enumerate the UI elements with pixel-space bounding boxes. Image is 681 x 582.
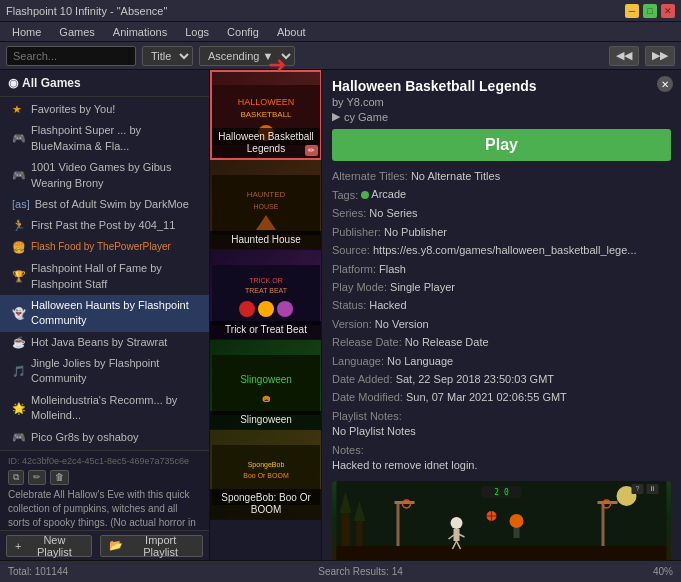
desc-text: Celebrate All Hallow's Eve with this qui…	[8, 488, 201, 530]
svg-text:🎃: 🎃	[262, 394, 271, 403]
detail-field-value: No Version	[375, 318, 429, 330]
search-results: Search Results: 14	[318, 566, 403, 577]
detail-field-value: Flash	[379, 263, 406, 275]
detail-field-value: Single Player	[390, 281, 455, 293]
playlist-item[interactable]: 🎮1001 Video Games by Gibus Wearing Brony	[0, 157, 209, 194]
playlist-item-icon: 🌟	[12, 401, 26, 416]
new-playlist-button[interactable]: + New Playlist	[6, 535, 92, 557]
playlist-item-label: Pico Gr8s by oshaboy	[31, 430, 139, 445]
svg-rect-27	[397, 501, 400, 546]
playlist-item-label: Favorites by You!	[31, 102, 115, 117]
detail-category: ▶ cy Game	[332, 110, 671, 123]
detail-field-label: Date Added:	[332, 373, 393, 385]
detail-field-label: Date Modified:	[332, 391, 403, 403]
playlist-item-label: Flashpoint Hall of Fame by Flashpoint St…	[31, 261, 201, 292]
playlist-item-icon: 🏃	[12, 218, 26, 233]
playlist-item-icon: 🏆	[12, 269, 26, 284]
svg-rect-31	[598, 501, 618, 504]
zoom-level: 40%	[653, 566, 673, 577]
playlist-item[interactable]: 👻Halloween Haunts by Flashpoint Communit…	[0, 295, 209, 332]
detail-field-label: Play Mode:	[332, 281, 387, 293]
new-playlist-icon: +	[15, 540, 21, 552]
svg-point-11	[239, 301, 255, 317]
playlist-item-icon: ★	[12, 102, 26, 117]
svg-point-12	[258, 301, 274, 317]
playlist-item[interactable]: 🎵Jingle Jolies by Flashpoint Community	[0, 353, 209, 390]
playlist-item-label: Molleindustria's Recomm... by Molleind..…	[31, 393, 201, 424]
playlist-item[interactable]: 🎮Flashpoint Super ... by BlueMaxima & Fl…	[0, 120, 209, 157]
game-thumbnail[interactable]: SpongeBob Boo Or BOOM SpongeBob: Boo Or …	[210, 430, 322, 520]
svg-text:?: ?	[636, 485, 640, 492]
svg-text:BASKETBALL: BASKETBALL	[240, 110, 292, 119]
detail-field-label: Publisher:	[332, 226, 381, 238]
minimize-button[interactable]: ─	[625, 4, 639, 18]
detail-field-label: Version:	[332, 318, 372, 330]
tag-dot	[361, 191, 369, 199]
maximize-button[interactable]: □	[643, 4, 657, 18]
game-screenshot: 2 0 ? ⏸	[332, 481, 671, 560]
thumbnail-edit-button[interactable]: ✏	[305, 145, 318, 156]
menu-item-animations[interactable]: Animations	[105, 24, 175, 40]
playlist-item[interactable]: 🏆Flashpoint Hall of Fame by Flashpoint S…	[0, 258, 209, 295]
playlist-item[interactable]: [as]Best of Adult Swim by DarkMoe	[0, 194, 209, 215]
detail-field-label: Status:	[332, 299, 366, 311]
total-count: Total: 101144	[8, 566, 68, 577]
detail-field-row: Date Added: Sat, 22 Sep 2018 23:50:03 GM…	[332, 372, 671, 387]
playlist-item-label: Best of Adult Swim by DarkMoe	[35, 197, 189, 212]
detail-field-label: Alternate Titles:	[332, 170, 408, 182]
copy-icon-btn[interactable]: ⧉	[8, 470, 24, 485]
detail-field-row: Source: https://es.y8.com/games/hallowee…	[332, 243, 671, 258]
svg-rect-14	[212, 355, 320, 415]
svg-text:TREAT BEAT: TREAT BEAT	[245, 287, 288, 294]
svg-rect-40	[514, 528, 520, 538]
import-playlist-button[interactable]: 📂 Import Playlist	[100, 535, 203, 557]
search-input[interactable]	[6, 46, 136, 66]
detail-field-label: Release Date:	[332, 336, 402, 348]
game-thumbnail[interactable]: HAUNTED HOUSE Haunted House	[210, 160, 322, 250]
detail-field-value: Arcade	[361, 187, 406, 202]
detail-field-row: Status: Hacked	[332, 298, 671, 313]
prev-button[interactable]: ◀◀	[609, 46, 639, 66]
delete-icon-btn[interactable]: 🗑	[50, 470, 69, 485]
close-button[interactable]: ✕	[661, 4, 675, 18]
svg-text:HOUSE: HOUSE	[254, 203, 279, 210]
playlist-item[interactable]: ★Favorites by You!	[0, 99, 209, 120]
detail-field-value: No Publisher	[384, 226, 447, 238]
game-thumbnail[interactable]: TRICK OR TREAT BEAT Trick or Treat Beat	[210, 250, 322, 340]
game-thumbnail-label: Trick or Treat Beat	[210, 321, 322, 339]
menu-item-about[interactable]: About	[269, 24, 314, 40]
detail-field-row: Date Modified: Sun, 07 Mar 2021 02:06:55…	[332, 390, 671, 405]
playlist-item[interactable]: 🍔Flash Food by ThePowerPlayer	[0, 237, 209, 258]
menu-item-home[interactable]: Home	[4, 24, 49, 40]
playlist-item[interactable]: 🎮Pico Gr8s by oshaboy	[0, 427, 209, 448]
sidebar-header: ◉ All Games	[0, 70, 209, 97]
svg-rect-28	[395, 501, 415, 504]
play-button[interactable]: Play	[332, 129, 671, 161]
svg-text:Slingoween: Slingoween	[240, 374, 292, 385]
playlist-item[interactable]: ☕Hot Java Beans by Strawrat	[0, 332, 209, 353]
notes-row: Notes:Hacked to remove idnet login.	[332, 443, 671, 474]
game-thumbnail[interactable]: Slingoween 🎃 Slingoween	[210, 340, 322, 430]
sort-field-select[interactable]: Title	[142, 46, 193, 66]
edit-icon-btn[interactable]: ✏	[28, 470, 46, 485]
playlist-item-label: Flashpoint Super ... by BlueMaxima & Fla…	[31, 123, 201, 154]
menu-item-logs[interactable]: Logs	[177, 24, 217, 40]
menu-item-config[interactable]: Config	[219, 24, 267, 40]
playlist-item[interactable]: 🏃First Past the Post by 404_11	[0, 215, 209, 236]
next-button[interactable]: ▶▶	[645, 46, 675, 66]
description-box: ID: 42c3bf0e-e2c4-45c1-8ec5-469e7a735c6e…	[0, 450, 209, 530]
detail-field-label: Tags:	[332, 189, 358, 201]
game-thumbnail[interactable]: HALLOWEEN BASKETBALL Halloween Basketbal…	[210, 70, 322, 160]
detail-field-row: Publisher: No Publisher	[332, 225, 671, 240]
detail-field-label: Language:	[332, 355, 384, 367]
detail-field-row: Alternate Titles: No Alternate Titles	[332, 169, 671, 184]
playlist-item-label: 1001 Video Games by Gibus Wearing Brony	[31, 160, 201, 191]
toolbar: Title Ascending ▼ ◀◀ ▶▶	[0, 42, 681, 70]
playlist-item[interactable]: 🌟Molleindustria's Recomm... by Molleind.…	[0, 390, 209, 427]
playlist-item-label: Halloween Haunts by Flashpoint Community	[31, 298, 201, 329]
game-thumbnail-label: SpongeBob: Boo Or BOOM	[210, 489, 322, 519]
detail-close-button[interactable]: ✕	[657, 76, 673, 92]
detail-author: by Y8.com	[332, 96, 671, 108]
svg-rect-23	[342, 511, 350, 546]
menu-item-games[interactable]: Games	[51, 24, 102, 40]
